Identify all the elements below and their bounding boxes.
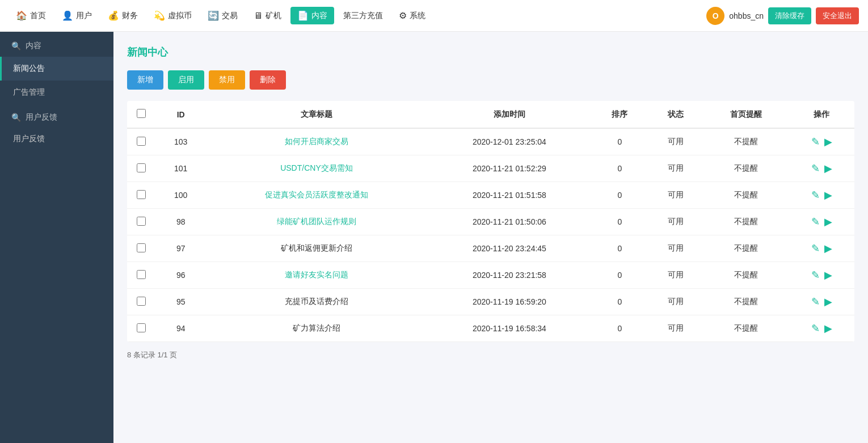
row-checkbox[interactable]: [127, 209, 155, 235]
edit-icon[interactable]: ✎: [811, 269, 820, 281]
row-title-text[interactable]: 绿能矿机团队运作规则: [277, 217, 356, 226]
edit-icon[interactable]: ✎: [811, 162, 820, 175]
row-select-checkbox[interactable]: [137, 190, 146, 199]
row-checkbox[interactable]: [127, 289, 155, 315]
play-icon[interactable]: ▶: [824, 296, 832, 308]
table-row: 101 USDT/CNY交易需知 2020-11-21 01:52:29 0 可…: [127, 155, 854, 182]
pagination-info: 8 条记录 1/1 页: [127, 342, 854, 360]
row-checkbox[interactable]: [127, 155, 155, 182]
row-checkbox[interactable]: [127, 315, 155, 342]
row-select-checkbox[interactable]: [137, 323, 146, 332]
edit-icon[interactable]: ✎: [811, 322, 820, 335]
col-status: 状态: [648, 101, 703, 128]
select-all-checkbox[interactable]: [137, 109, 146, 118]
play-icon[interactable]: ▶: [824, 269, 832, 281]
row-select-checkbox[interactable]: [137, 217, 146, 226]
finance-icon: 💰: [108, 10, 119, 21]
sidebar-feedback[interactable]: 用户反馈: [0, 127, 113, 151]
row-select-checkbox[interactable]: [137, 270, 146, 279]
edit-icon[interactable]: ✎: [811, 216, 820, 228]
row-select-checkbox[interactable]: [137, 137, 146, 146]
row-title-text[interactable]: 邀请好友实名问题: [285, 270, 348, 279]
row-title: 矿力算法介绍: [206, 315, 427, 342]
row-sort: 0: [592, 209, 647, 235]
nav-trade[interactable]: 🔄 交易: [201, 7, 245, 24]
row-title-text: 矿机和返佣更新介绍: [281, 243, 352, 252]
edit-icon[interactable]: ✎: [811, 189, 820, 201]
nav-mining[interactable]: 🖥 矿机: [247, 7, 288, 24]
row-status: 可用: [648, 182, 703, 209]
row-title-text[interactable]: 促进真实会员活跃度整改通知: [265, 190, 368, 199]
row-title-text[interactable]: USDT/CNY交易需知: [280, 163, 353, 172]
row-ops: ✎ ▶: [789, 182, 854, 209]
nav-system[interactable]: ⚙ 系统: [392, 7, 432, 24]
edit-icon[interactable]: ✎: [811, 136, 820, 148]
row-sort: 0: [592, 235, 647, 262]
row-checkbox[interactable]: [127, 128, 155, 155]
row-title: 矿机和返佣更新介绍: [206, 235, 427, 262]
row-reminder: 不提醒: [703, 155, 789, 182]
avatar: O: [706, 7, 724, 25]
clear-cache-button[interactable]: 清除缓存: [768, 7, 811, 24]
col-checkbox: [127, 101, 155, 128]
row-addtime: 2020-11-21 01:51:58: [427, 182, 592, 209]
row-title[interactable]: 促进真实会员活跃度整改通知: [206, 182, 427, 209]
row-title[interactable]: 邀请好友实名问题: [206, 262, 427, 289]
row-checkbox[interactable]: [127, 235, 155, 262]
row-checkbox[interactable]: [127, 262, 155, 289]
row-addtime: 2020-11-19 16:58:34: [427, 315, 592, 342]
row-select-checkbox[interactable]: [137, 243, 146, 252]
nav-content[interactable]: 📄 内容: [290, 7, 334, 24]
virtual-icon: 💫: [154, 10, 165, 21]
table-row: 103 如何开启商家交易 2020-12-01 23:25:04 0 可用 不提…: [127, 128, 854, 155]
play-icon[interactable]: ▶: [824, 242, 832, 255]
sidebar-ads[interactable]: 广告管理: [0, 81, 113, 104]
col-title: 文章标题: [206, 101, 427, 128]
delete-button[interactable]: 删除: [250, 70, 286, 90]
top-nav: 🏠 首页 👤 用户 💰 财务 💫 虚拟币 🔄 交易 🖥 矿机 📄 内容 第三方充…: [0, 0, 868, 32]
play-icon[interactable]: ▶: [824, 322, 832, 335]
play-icon[interactable]: ▶: [824, 216, 832, 228]
row-select-checkbox[interactable]: [137, 297, 146, 306]
edit-icon[interactable]: ✎: [811, 296, 820, 308]
table-row: 96 邀请好友实名问题 2020-11-20 23:21:58 0 可用 不提醒…: [127, 262, 854, 289]
sidebar-news[interactable]: 新闻公告: [0, 57, 113, 81]
col-action: 操作: [789, 101, 854, 128]
row-ops: ✎ ▶: [789, 315, 854, 342]
row-addtime: 2020-11-20 23:24:45: [427, 235, 592, 262]
row-id: 95: [155, 289, 206, 315]
nav-virtual[interactable]: 💫 虚拟币: [147, 7, 199, 24]
table-row: 94 矿力算法介绍 2020-11-19 16:58:34 0 可用 不提醒 ✎…: [127, 315, 854, 342]
play-icon[interactable]: ▶: [824, 189, 832, 201]
row-title[interactable]: 绿能矿机团队运作规则: [206, 209, 427, 235]
logout-button[interactable]: 安全退出: [816, 7, 859, 24]
add-button[interactable]: 新增: [127, 70, 163, 90]
enable-button[interactable]: 启用: [168, 70, 204, 90]
nav-finance[interactable]: 💰 财务: [101, 7, 145, 24]
row-ops: ✎ ▶: [789, 235, 854, 262]
row-title-text: 矿力算法介绍: [293, 323, 340, 332]
row-status: 可用: [648, 315, 703, 342]
row-title-text: 充提币及话费介绍: [285, 297, 348, 306]
row-title[interactable]: USDT/CNY交易需知: [206, 155, 427, 182]
layout: 🔍 内容 新闻公告 广告管理 🔍 用户反馈 用户反馈 新闻中心 新增 启用 禁用…: [0, 32, 868, 443]
row-title-text[interactable]: 如何开启商家交易: [285, 137, 348, 146]
edit-icon[interactable]: ✎: [811, 242, 820, 255]
sidebar-content-section: 🔍 内容: [0, 32, 113, 57]
row-addtime: 2020-11-21 01:52:29: [427, 155, 592, 182]
row-select-checkbox[interactable]: [137, 163, 146, 172]
row-addtime: 2020-11-21 01:50:06: [427, 209, 592, 235]
nav-thirdparty[interactable]: 第三方充值: [336, 7, 390, 24]
row-checkbox[interactable]: [127, 182, 155, 209]
disable-button[interactable]: 禁用: [209, 70, 245, 90]
nav-user[interactable]: 👤 用户: [55, 7, 99, 24]
row-title[interactable]: 如何开启商家交易: [206, 128, 427, 155]
nav-home[interactable]: 🏠 首页: [9, 7, 53, 24]
row-ops: ✎ ▶: [789, 128, 854, 155]
row-sort: 0: [592, 128, 647, 155]
play-icon[interactable]: ▶: [824, 136, 832, 148]
play-icon[interactable]: ▶: [824, 162, 832, 175]
row-addtime: 2020-11-19 16:59:20: [427, 289, 592, 315]
row-sort: 0: [592, 315, 647, 342]
row-reminder: 不提醒: [703, 235, 789, 262]
